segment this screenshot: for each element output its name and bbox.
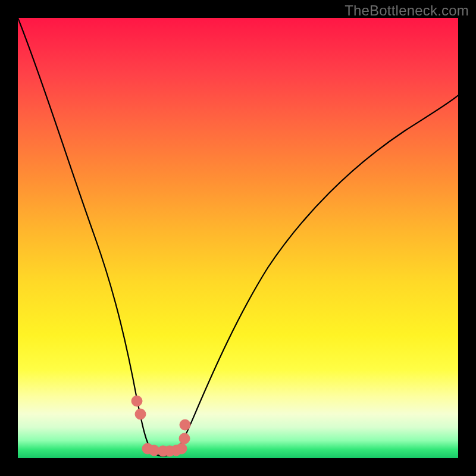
svg-point-0 — [131, 396, 142, 406]
svg-point-8 — [179, 433, 190, 444]
svg-point-7 — [176, 443, 187, 454]
svg-point-9 — [180, 419, 190, 430]
svg-point-1 — [135, 409, 146, 419]
curve-layer — [18, 18, 458, 458]
highlight-dots — [131, 396, 190, 456]
watermark-text: TheBottleneck.com — [345, 2, 469, 19]
chart-frame: TheBottleneck.com — [0, 0, 476, 476]
bottleneck-curve — [18, 18, 458, 456]
plot-area — [18, 18, 458, 458]
